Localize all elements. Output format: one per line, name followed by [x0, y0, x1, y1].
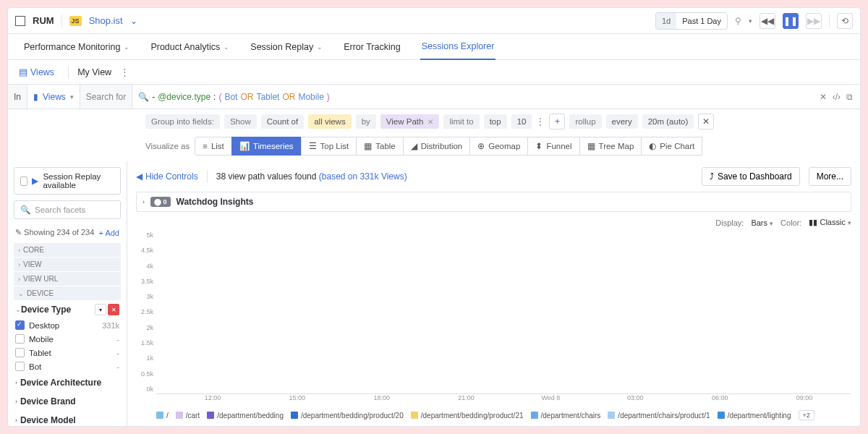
- device-type-header[interactable]: Device Type: [21, 305, 71, 315]
- rewind-button[interactable]: ◀◀: [760, 13, 775, 29]
- remove-viewpath-icon[interactable]: ✕: [427, 118, 433, 126]
- remove-rollup-button[interactable]: ✕: [698, 114, 714, 129]
- chevron-down-icon[interactable]: ⌄: [15, 306, 21, 313]
- clear-filter-button[interactable]: ✕: [108, 304, 119, 315]
- legend-item[interactable]: /department/bedding: [207, 412, 284, 420]
- app-name[interactable]: Shop.ist: [89, 15, 123, 26]
- facet-device-model[interactable]: ›Device Model: [14, 411, 121, 426]
- my-view-label[interactable]: My View: [77, 67, 111, 77]
- query-input[interactable]: 🔍 -@device.type:(Bot OR Tablet OR Mobile…: [132, 85, 812, 109]
- display-type-dropdown[interactable]: Bars ▾: [751, 218, 773, 227]
- timeseries-chart[interactable]: 5k4.5k4k3.5k3k2.5k2k1.5k1k0.5k0k 12:0015…: [136, 230, 851, 406]
- rollup-value[interactable]: 20m (auto): [642, 114, 694, 129]
- code-icon[interactable]: ‹/›: [833, 92, 841, 102]
- facet-group-device[interactable]: ⌄DEVICE: [14, 286, 121, 300]
- facet-group-view[interactable]: ›VIEW: [14, 258, 121, 271]
- facet-option-desktop[interactable]: Desktop331k: [14, 318, 121, 332]
- viz-funnel[interactable]: ⬍Funnel: [527, 137, 579, 156]
- legend-item[interactable]: /department/bedding/product/21: [411, 412, 524, 420]
- save-dashboard-button[interactable]: ⤴ Save to Dashboard: [702, 167, 800, 186]
- play-icon: ▶: [32, 176, 38, 186]
- viz-pie-chart[interactable]: ◐Pie Chart: [641, 137, 702, 156]
- facet-device-architecture[interactable]: ›Device Architecture: [14, 373, 121, 392]
- facet-option-mobile[interactable]: Mobile-: [14, 332, 121, 346]
- limit-kebab-icon[interactable]: ⋮: [536, 116, 545, 127]
- results-link[interactable]: (based on 331k Views): [319, 171, 407, 182]
- rum-label: RUM: [33, 15, 54, 26]
- viz-table[interactable]: ▦Table: [356, 137, 404, 156]
- legend-item[interactable]: /department/bedding/product/20: [291, 412, 404, 420]
- legend-item[interactable]: /department/lighting: [718, 412, 791, 420]
- facet-option-tablet[interactable]: Tablet-: [14, 346, 121, 359]
- viz-tree-map[interactable]: ▦Tree Map: [579, 137, 642, 156]
- search-icon: 🔍: [20, 205, 30, 215]
- checkbox-icon[interactable]: [15, 362, 25, 371]
- watchdog-panel[interactable]: › ⬤ 0 Watchdog Insights: [136, 192, 851, 212]
- scope-dropdown[interactable]: ▮Views▾: [27, 85, 80, 109]
- tab-error-tracking[interactable]: Error Tracking: [342, 35, 402, 59]
- viz-icon: 📊: [239, 141, 250, 151]
- session-replay-checkbox[interactable]: ▶ Session Replay available: [14, 167, 121, 195]
- views-link[interactable]: ▤ Views: [14, 63, 59, 81]
- checkbox-icon[interactable]: [15, 334, 25, 344]
- color-scheme-dropdown[interactable]: ▮▮ Classic ▾: [809, 218, 851, 227]
- add-group-button[interactable]: +: [549, 114, 565, 129]
- limit-value[interactable]: 10: [511, 114, 532, 129]
- pause-button[interactable]: ❚❚: [783, 13, 799, 29]
- time-dropdown-icon[interactable]: ▾: [749, 17, 752, 25]
- more-button[interactable]: More...: [809, 167, 851, 186]
- pin-icon[interactable]: ⚲: [735, 16, 741, 26]
- legend-item[interactable]: /department/chairs: [531, 412, 601, 420]
- search-for-label: Search for: [80, 85, 132, 109]
- filter-icon[interactable]: ▾: [95, 304, 106, 315]
- legend-item[interactable]: /cart: [176, 412, 200, 420]
- visualize-label: Visualize as: [145, 142, 190, 150]
- count-pill[interactable]: Count of: [261, 114, 304, 129]
- facet-device-brand[interactable]: ›Device Brand: [14, 392, 121, 411]
- show-label: Show: [224, 114, 257, 129]
- time-short[interactable]: 1d: [656, 13, 676, 29]
- viewpath-pill[interactable]: View Path✕: [380, 114, 440, 129]
- time-long[interactable]: Past 1 Day: [676, 13, 727, 29]
- every-pill[interactable]: every: [606, 114, 638, 129]
- facet-count: ✎ Showing 234 of 234: [15, 228, 94, 237]
- search-facets-input[interactable]: 🔍 Search facets: [14, 200, 121, 219]
- viz-icon: ▦: [587, 141, 595, 151]
- kebab-icon[interactable]: ⋮: [120, 67, 129, 77]
- group-label: Group into fields:: [145, 114, 220, 129]
- facet-group-view-url[interactable]: ›VIEW URL: [14, 272, 121, 286]
- tab-session-replay[interactable]: Session Replay ⌄: [249, 35, 324, 59]
- chevron-right-icon: ›: [142, 198, 145, 205]
- legend-more[interactable]: +2: [799, 410, 814, 420]
- app-dropdown-icon[interactable]: ⌄: [130, 16, 137, 26]
- viz-icon: ≡: [203, 142, 208, 150]
- facet-option-bot[interactable]: Bot-: [14, 359, 121, 373]
- top-pill[interactable]: top: [484, 114, 507, 129]
- refresh-button[interactable]: ⟲: [837, 13, 853, 29]
- hide-controls-button[interactable]: ◀ Hide Controls: [136, 171, 198, 182]
- checkbox-icon[interactable]: [15, 320, 25, 330]
- checkbox-icon[interactable]: [15, 348, 25, 357]
- time-range-picker[interactable]: 1d Past 1 Day: [655, 12, 728, 30]
- facet-group-core[interactable]: ›CORE: [14, 243, 121, 257]
- separator: [61, 14, 62, 27]
- tab-performance-monitoring[interactable]: Performance Monitoring ⌄: [22, 35, 131, 59]
- viz-timeseries[interactable]: 📊Timeseries: [231, 137, 302, 156]
- add-facet-button[interactable]: + Add: [99, 229, 119, 237]
- viz-list[interactable]: ≡List: [195, 137, 232, 156]
- viz-distribution[interactable]: ◢Distribution: [403, 137, 471, 156]
- legend-item[interactable]: /department/chairs/product/1: [608, 412, 710, 420]
- clear-query-icon[interactable]: ✕: [820, 92, 827, 102]
- viz-top-list[interactable]: ☰Top List: [301, 137, 357, 156]
- tab-sessions-explorer[interactable]: Sessions Explorer: [420, 34, 496, 60]
- rollup-label: rollup: [569, 114, 601, 129]
- checkbox-icon[interactable]: [20, 176, 27, 186]
- forward-button[interactable]: ▶▶: [806, 13, 822, 29]
- allviews-pill[interactable]: all views: [308, 114, 351, 129]
- viz-geomap[interactable]: ⊕Geomap: [469, 137, 528, 156]
- legend-item[interactable]: /: [156, 412, 169, 420]
- viz-icon: ◢: [411, 141, 417, 151]
- tab-product-analytics[interactable]: Product Analytics ⌄: [149, 35, 231, 59]
- separator: [207, 170, 208, 183]
- copy-icon[interactable]: ⧉: [846, 92, 853, 102]
